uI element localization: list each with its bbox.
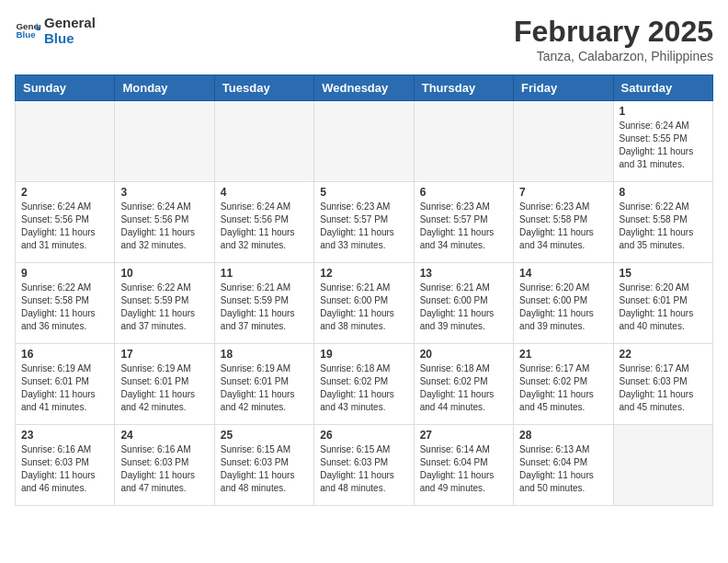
day-number: 21 [519, 348, 607, 361]
day-info: Sunrise: 6:20 AM Sunset: 6:01 PM Dayligh… [620, 282, 707, 333]
calendar-cell: 14Sunrise: 6:20 AM Sunset: 6:00 PM Dayli… [514, 263, 613, 344]
day-info: Sunrise: 6:16 AM Sunset: 6:03 PM Dayligh… [120, 443, 208, 495]
column-header-monday: Monday [115, 75, 214, 101]
calendar-cell: 11Sunrise: 6:21 AM Sunset: 5:59 PM Dayli… [214, 263, 313, 344]
logo-icon: General Blue [15, 17, 40, 43]
column-header-friday: Friday [514, 75, 613, 101]
column-header-thursday: Thursday [414, 75, 513, 101]
day-number: 7 [519, 186, 607, 199]
calendar-table: SundayMondayTuesdayWednesdayThursdayFrid… [15, 75, 713, 506]
day-info: Sunrise: 6:24 AM Sunset: 5:56 PM Dayligh… [221, 201, 308, 252]
calendar-cell: 12Sunrise: 6:21 AM Sunset: 6:00 PM Dayli… [314, 263, 414, 344]
day-info: Sunrise: 6:20 AM Sunset: 6:00 PM Dayligh… [519, 282, 607, 333]
week-row-4: 16Sunrise: 6:19 AM Sunset: 6:01 PM Dayli… [16, 344, 713, 425]
day-info: Sunrise: 6:14 AM Sunset: 6:04 PM Dayligh… [420, 443, 507, 495]
day-number: 2 [21, 186, 108, 199]
calendar-cell: 26Sunrise: 6:15 AM Sunset: 6:03 PM Dayli… [314, 425, 414, 506]
day-info: Sunrise: 6:23 AM Sunset: 5:57 PM Dayligh… [320, 201, 407, 252]
day-number: 3 [120, 186, 208, 199]
day-number: 23 [21, 429, 108, 442]
day-number: 5 [320, 186, 407, 199]
day-number: 9 [21, 267, 108, 280]
day-number: 22 [620, 348, 707, 361]
day-number: 27 [420, 429, 507, 442]
calendar-cell [514, 101, 613, 182]
column-header-tuesday: Tuesday [214, 75, 313, 101]
day-number: 4 [221, 186, 308, 199]
week-row-2: 2Sunrise: 6:24 AM Sunset: 5:56 PM Daylig… [16, 182, 713, 263]
day-number: 11 [221, 267, 308, 280]
day-number: 6 [420, 186, 507, 199]
calendar-cell: 24Sunrise: 6:16 AM Sunset: 6:03 PM Dayli… [115, 425, 214, 506]
calendar-cell: 18Sunrise: 6:19 AM Sunset: 6:01 PM Dayli… [214, 344, 313, 425]
day-info: Sunrise: 6:24 AM Sunset: 5:56 PM Dayligh… [120, 201, 208, 252]
column-header-wednesday: Wednesday [314, 75, 414, 101]
calendar-cell: 25Sunrise: 6:15 AM Sunset: 6:03 PM Dayli… [214, 425, 313, 506]
calendar-cell: 17Sunrise: 6:19 AM Sunset: 6:01 PM Dayli… [115, 344, 214, 425]
calendar-cell: 27Sunrise: 6:14 AM Sunset: 6:04 PM Dayli… [414, 425, 513, 506]
day-number: 24 [120, 429, 208, 442]
logo-general-text: General [44, 15, 96, 30]
day-number: 26 [320, 429, 407, 442]
day-info: Sunrise: 6:19 AM Sunset: 6:01 PM Dayligh… [120, 362, 208, 414]
day-number: 14 [519, 267, 607, 280]
day-number: 1 [620, 105, 707, 118]
column-header-sunday: Sunday [16, 75, 115, 101]
svg-text:Blue: Blue [16, 29, 36, 40]
day-number: 12 [320, 267, 407, 280]
day-number: 17 [120, 348, 208, 361]
calendar-cell: 10Sunrise: 6:22 AM Sunset: 5:59 PM Dayli… [115, 263, 214, 344]
day-info: Sunrise: 6:15 AM Sunset: 6:03 PM Dayligh… [221, 443, 308, 495]
calendar-cell [314, 101, 414, 182]
calendar-cell: 19Sunrise: 6:18 AM Sunset: 6:02 PM Dayli… [314, 344, 414, 425]
day-info: Sunrise: 6:17 AM Sunset: 6:02 PM Dayligh… [519, 362, 607, 414]
day-info: Sunrise: 6:22 AM Sunset: 5:58 PM Dayligh… [620, 201, 707, 252]
day-number: 20 [420, 348, 507, 361]
calendar-cell: 2Sunrise: 6:24 AM Sunset: 5:56 PM Daylig… [16, 182, 115, 263]
day-info: Sunrise: 6:22 AM Sunset: 5:58 PM Dayligh… [21, 282, 108, 333]
day-number: 25 [221, 429, 308, 442]
calendar-cell: 16Sunrise: 6:19 AM Sunset: 6:01 PM Dayli… [16, 344, 115, 425]
calendar-cell: 6Sunrise: 6:23 AM Sunset: 5:57 PM Daylig… [414, 182, 513, 263]
title-section: February 2025 Tanza, Calabarzon, Philipp… [514, 15, 713, 63]
day-info: Sunrise: 6:16 AM Sunset: 6:03 PM Dayligh… [21, 443, 108, 495]
calendar-cell [214, 101, 313, 182]
calendar-cell [613, 425, 712, 506]
day-number: 19 [320, 348, 407, 361]
day-number: 18 [221, 348, 308, 361]
column-header-saturday: Saturday [613, 75, 712, 101]
day-info: Sunrise: 6:21 AM Sunset: 6:00 PM Dayligh… [420, 282, 507, 333]
calendar-cell: 5Sunrise: 6:23 AM Sunset: 5:57 PM Daylig… [314, 182, 414, 263]
calendar-cell [115, 101, 214, 182]
calendar-cell: 13Sunrise: 6:21 AM Sunset: 6:00 PM Dayli… [414, 263, 513, 344]
day-info: Sunrise: 6:24 AM Sunset: 5:56 PM Dayligh… [21, 201, 108, 252]
day-info: Sunrise: 6:13 AM Sunset: 6:04 PM Dayligh… [519, 443, 607, 495]
calendar-cell: 1Sunrise: 6:24 AM Sunset: 5:55 PM Daylig… [613, 101, 712, 182]
day-number: 10 [120, 267, 208, 280]
calendar-cell: 4Sunrise: 6:24 AM Sunset: 5:56 PM Daylig… [214, 182, 313, 263]
location-subtitle: Tanza, Calabarzon, Philippines [514, 49, 713, 63]
day-number: 13 [420, 267, 507, 280]
day-number: 15 [620, 267, 707, 280]
day-info: Sunrise: 6:21 AM Sunset: 5:59 PM Dayligh… [221, 282, 308, 333]
day-info: Sunrise: 6:15 AM Sunset: 6:03 PM Dayligh… [320, 443, 407, 495]
day-info: Sunrise: 6:19 AM Sunset: 6:01 PM Dayligh… [221, 362, 308, 414]
calendar-cell: 22Sunrise: 6:17 AM Sunset: 6:03 PM Dayli… [613, 344, 712, 425]
calendar-cell: 7Sunrise: 6:23 AM Sunset: 5:58 PM Daylig… [514, 182, 613, 263]
day-info: Sunrise: 6:24 AM Sunset: 5:55 PM Dayligh… [620, 120, 707, 171]
week-row-1: 1Sunrise: 6:24 AM Sunset: 5:55 PM Daylig… [16, 101, 713, 182]
calendar-cell: 15Sunrise: 6:20 AM Sunset: 6:01 PM Dayli… [613, 263, 712, 344]
calendar-cell: 3Sunrise: 6:24 AM Sunset: 5:56 PM Daylig… [115, 182, 214, 263]
calendar-cell [414, 101, 513, 182]
calendar-cell: 28Sunrise: 6:13 AM Sunset: 6:04 PM Dayli… [514, 425, 613, 506]
calendar-cell: 8Sunrise: 6:22 AM Sunset: 5:58 PM Daylig… [613, 182, 712, 263]
day-info: Sunrise: 6:18 AM Sunset: 6:02 PM Dayligh… [420, 362, 507, 414]
logo: General Blue General Blue [15, 15, 96, 46]
logo-blue-text: Blue [44, 30, 96, 46]
calendar-cell: 20Sunrise: 6:18 AM Sunset: 6:02 PM Dayli… [414, 344, 513, 425]
calendar-cell: 21Sunrise: 6:17 AM Sunset: 6:02 PM Dayli… [514, 344, 613, 425]
calendar-cell: 23Sunrise: 6:16 AM Sunset: 6:03 PM Dayli… [16, 425, 115, 506]
day-info: Sunrise: 6:23 AM Sunset: 5:57 PM Dayligh… [420, 201, 507, 252]
month-title: February 2025 [514, 15, 713, 49]
day-info: Sunrise: 6:18 AM Sunset: 6:02 PM Dayligh… [320, 362, 407, 414]
